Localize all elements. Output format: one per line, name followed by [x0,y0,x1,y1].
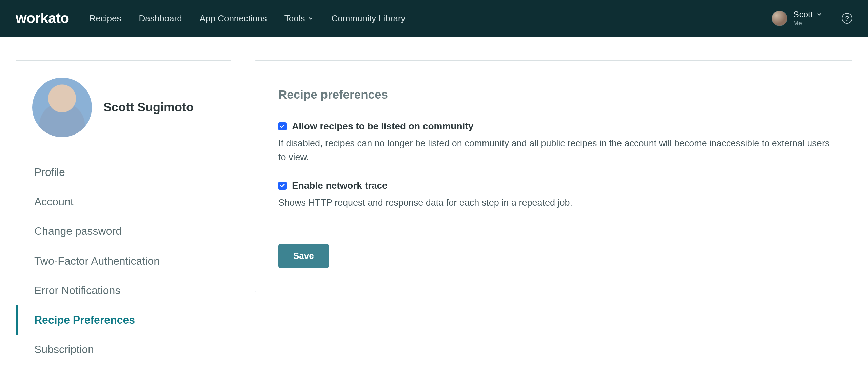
network-trace-description: Shows HTTP request and response data for… [278,196,832,210]
allow-community-label: Allow recipes to be listed on community [292,121,473,132]
user-subtitle: Me [793,20,822,27]
user-avatar-icon [772,11,787,26]
pref-allow-community: Allow recipes to be listed on community … [278,121,832,164]
chevron-down-icon [816,9,822,20]
sidebar-item-change-password[interactable]: Change password [16,217,231,246]
nav-tools[interactable]: Tools [284,13,314,24]
allow-community-description: If disabled, recipes can no longer be li… [278,137,832,164]
settings-sidebar: Scott Sugimoto Profile Account Change pa… [16,60,231,371]
sidebar-item-error-notifications[interactable]: Error Notifications [16,276,231,305]
nav-dashboard[interactable]: Dashboard [139,13,182,24]
top-navigation: workato Recipes Dashboard App Connection… [0,0,868,37]
panel-title: Recipe preferences [278,88,832,101]
user-text: Scott Me [793,9,822,27]
save-button[interactable]: Save [278,244,329,268]
sidebar-item-profile[interactable]: Profile [16,158,231,187]
nav-recipes[interactable]: Recipes [90,13,121,24]
profile-full-name: Scott Sugimoto [103,100,194,115]
sidebar-item-two-factor[interactable]: Two-Factor Authentication [16,246,231,276]
network-trace-label: Enable network trace [292,180,388,191]
nav-app-connections[interactable]: App Connections [200,13,267,24]
sidebar-item-account[interactable]: Account [16,187,231,217]
sidebar-item-recipe-preferences[interactable]: Recipe Preferences [16,305,231,335]
user-menu[interactable]: Scott Me [772,9,822,27]
brand-logo[interactable]: workato [16,10,69,26]
network-trace-checkbox[interactable] [278,182,287,190]
chevron-down-icon [308,13,314,24]
user-name: Scott [793,9,813,20]
nav-links: Recipes Dashboard App Connections Tools … [90,13,406,24]
nav-community-library[interactable]: Community Library [331,13,405,24]
help-icon[interactable]: ? [842,13,852,24]
recipe-preferences-panel: Recipe preferences Allow recipes to be l… [255,60,852,292]
allow-community-checkbox[interactable] [278,122,287,130]
sidebar-item-subscription[interactable]: Subscription [16,335,231,364]
profile-avatar-icon [32,78,92,137]
nav-tools-label: Tools [284,13,305,24]
content-area: Scott Sugimoto Profile Account Change pa… [0,37,868,371]
profile-header: Scott Sugimoto [16,74,231,158]
vertical-divider [832,11,832,26]
pref-network-trace: Enable network trace Shows HTTP request … [278,180,832,210]
horizontal-divider [278,226,832,226]
